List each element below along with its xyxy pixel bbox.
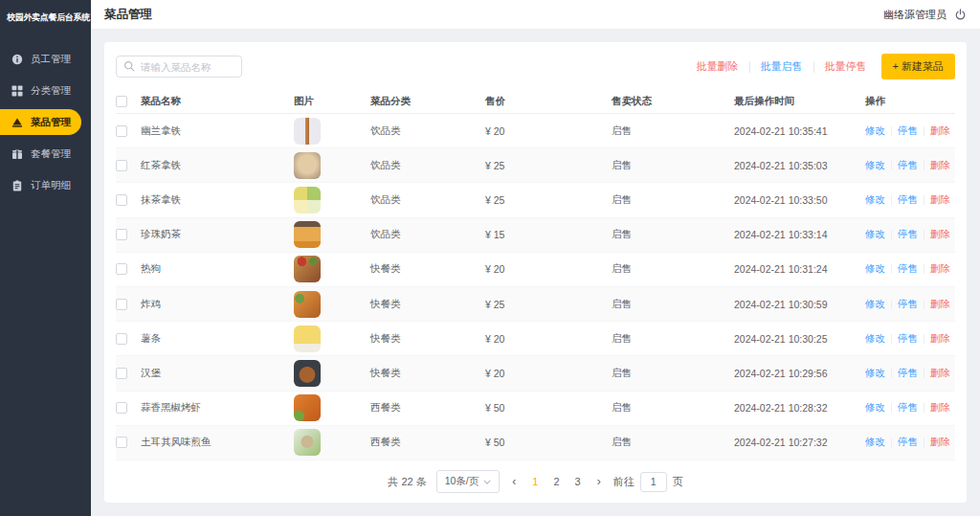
toolbar: 批量删除 批量启售 批量停售 + 新建菜品 [116, 54, 955, 79]
select-all-checkbox[interactable] [116, 96, 127, 107]
column-header-time: 最后操作时间 [734, 95, 865, 108]
row-checkbox[interactable] [116, 125, 127, 137]
batch-disable-button[interactable]: 批量停售 [825, 59, 867, 74]
stop-sale-link[interactable]: 停售 [898, 367, 918, 380]
row-checkbox[interactable] [116, 402, 127, 414]
divider [813, 61, 814, 73]
dish-image-cell [294, 360, 370, 387]
dish-image-cell [294, 187, 370, 213]
sidebar-item-staff[interactable]: 员工管理 [0, 43, 91, 75]
edit-link[interactable]: 修改 [865, 262, 885, 276]
sidebar-item-label: 套餐管理 [31, 147, 71, 161]
page-number-2[interactable]: 2 [549, 476, 563, 487]
dish-image [294, 256, 321, 282]
delete-link[interactable]: 删除 [930, 332, 950, 346]
grid-icon [11, 85, 23, 97]
dish-name: 珍珠奶茶 [141, 228, 294, 241]
dish-image-cell [294, 221, 370, 248]
row-checkbox[interactable] [116, 194, 127, 206]
divider [924, 403, 924, 413]
edit-link[interactable]: 修改 [865, 401, 885, 415]
edit-link[interactable]: 修改 [865, 298, 885, 311]
dish-category: 饮品类 [370, 159, 485, 172]
stop-sale-link[interactable]: 停售 [898, 332, 918, 346]
edit-link[interactable]: 修改 [865, 193, 885, 207]
edit-link[interactable]: 修改 [865, 228, 885, 241]
edit-link[interactable]: 修改 [865, 332, 885, 346]
dish-status: 启售 [612, 436, 734, 449]
sidebar-item-order[interactable]: 订单明细 [0, 169, 91, 201]
delete-link[interactable]: 删除 [930, 401, 950, 415]
dish-category: 快餐类 [370, 332, 485, 346]
next-page-button[interactable]: › [594, 475, 604, 488]
page-size-select[interactable]: 10条/页 [436, 470, 501, 493]
stop-sale-link[interactable]: 停售 [898, 401, 918, 415]
row-checkbox[interactable] [116, 160, 127, 171]
stop-sale-link[interactable]: 停售 [898, 124, 918, 138]
row-actions: 修改 停售 删除 [865, 193, 955, 207]
stop-sale-link[interactable]: 停售 [898, 193, 918, 207]
row-checkbox[interactable] [116, 229, 127, 240]
divider [924, 437, 924, 447]
logout-power-icon[interactable] [954, 9, 967, 21]
row-checkbox[interactable] [116, 437, 127, 448]
delete-link[interactable]: 删除 [930, 193, 950, 207]
sidebar-item-category[interactable]: 分类管理 [0, 75, 91, 106]
dish-name: 土耳其风味煎鱼 [141, 436, 294, 449]
batch-delete-button[interactable]: 批量删除 [697, 59, 739, 74]
edit-link[interactable]: 修改 [865, 124, 885, 138]
table-row: 珍珠奶茶 饮品类 ¥ 15 启售 2024-02-21 10:33:14 修改 … [116, 218, 955, 253]
stop-sale-link[interactable]: 停售 [898, 228, 918, 241]
row-actions: 修改 停售 删除 [865, 367, 955, 380]
row-checkbox[interactable] [116, 333, 127, 345]
column-header-category: 菜品分类 [370, 95, 485, 108]
edit-link[interactable]: 修改 [865, 159, 885, 172]
edit-link[interactable]: 修改 [865, 436, 885, 449]
total-count: 共 22 条 [388, 475, 426, 489]
delete-link[interactable]: 删除 [930, 298, 950, 311]
batch-enable-button[interactable]: 批量启售 [761, 59, 803, 74]
sidebar-item-combo[interactable]: 套餐管理 [0, 138, 91, 169]
stop-sale-link[interactable]: 停售 [898, 262, 918, 276]
dish-price: ¥ 25 [485, 194, 612, 206]
row-select-cell [116, 160, 141, 171]
page-number-1[interactable]: 1 [528, 476, 542, 487]
dish-last-op-time: 2024-02-21 10:31:24 [734, 263, 865, 275]
row-checkbox[interactable] [116, 368, 127, 379]
dish-last-op-time: 2024-02-21 10:27:32 [734, 437, 865, 448]
stop-sale-link[interactable]: 停售 [898, 436, 918, 449]
row-checkbox[interactable] [116, 299, 127, 310]
row-select-cell [116, 333, 141, 345]
stop-sale-link[interactable]: 停售 [898, 298, 918, 311]
delete-link[interactable]: 删除 [930, 159, 950, 172]
combo-icon [11, 148, 23, 160]
delete-link[interactable]: 删除 [930, 124, 950, 138]
goto-page-input[interactable] [640, 472, 667, 492]
delete-link[interactable]: 删除 [930, 228, 950, 241]
delete-link[interactable]: 删除 [930, 262, 950, 276]
row-select-cell [116, 194, 141, 206]
page-number-3[interactable]: 3 [571, 476, 585, 487]
create-dish-button[interactable]: + 新建菜品 [881, 54, 955, 79]
pagination: 共 22 条 10条/页 ‹ 123 › 前往 页 [116, 460, 955, 493]
edit-link[interactable]: 修改 [865, 367, 885, 380]
topbar: 菜品管理 幽络源管理员 [91, 0, 980, 29]
search-wrap [116, 56, 242, 78]
table-row: 薯条 快餐类 ¥ 20 启售 2024-02-21 10:30:25 修改 停售… [116, 322, 955, 356]
dish-status: 启售 [612, 367, 734, 380]
stop-sale-link[interactable]: 停售 [898, 159, 918, 172]
divider [891, 230, 892, 239]
sidebar-item-dish[interactable]: 菜品管理 [0, 109, 81, 135]
row-actions: 修改 停售 删除 [865, 332, 955, 346]
row-checkbox[interactable] [116, 263, 127, 275]
dish-name: 红茶拿铁 [141, 159, 294, 172]
select-all-cell [116, 96, 141, 107]
divider [924, 195, 924, 205]
prev-page-button[interactable]: ‹ [509, 475, 519, 488]
column-header-price: 售价 [485, 95, 612, 108]
divider [924, 126, 924, 136]
delete-link[interactable]: 删除 [930, 367, 950, 380]
dish-last-op-time: 2024-02-21 10:33:14 [734, 229, 865, 240]
delete-link[interactable]: 删除 [930, 436, 950, 449]
row-select-cell [116, 402, 141, 414]
